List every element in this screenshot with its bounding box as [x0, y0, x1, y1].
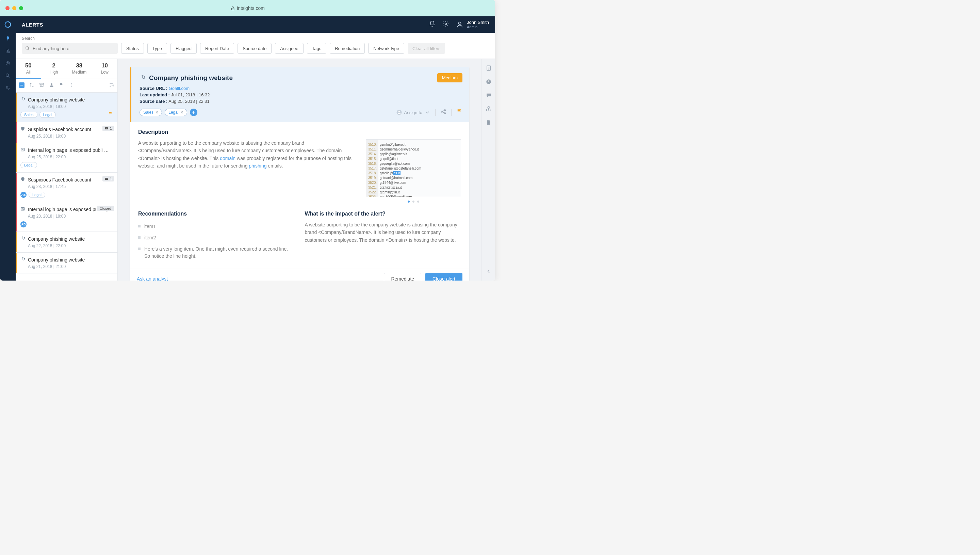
notes-icon[interactable]	[486, 65, 492, 72]
sidebar-target-icon[interactable]	[0, 57, 16, 69]
alert-item[interactable]: Internal login page is exposed publi …Au…	[16, 143, 117, 173]
logo[interactable]	[0, 16, 16, 33]
severity-badge: Medium	[437, 73, 462, 82]
svg-point-19	[71, 85, 72, 85]
alert-list[interactable]: Company phishing websiteAug 25, 2018 | 1…	[16, 93, 117, 281]
emails-preview[interactable]: 3510.3511.3514.3515.3516.3517.3518.3519.…	[366, 139, 461, 197]
impact-text: A website purporting to be the company w…	[305, 221, 461, 244]
svg-point-14	[458, 22, 461, 24]
select-all-checkbox[interactable]	[19, 82, 24, 88]
maximize-window-button[interactable]	[19, 6, 23, 10]
assign-to-button[interactable]: Assign to	[396, 109, 430, 115]
collapse-icon[interactable]	[486, 268, 492, 276]
svg-point-20	[71, 86, 72, 87]
filter-report-date[interactable]: Report Date	[200, 43, 234, 54]
chevron-down-icon	[424, 109, 430, 115]
biohazard-icon[interactable]	[486, 106, 492, 113]
sidebar-alerts-icon[interactable]	[0, 33, 16, 45]
chat-icon[interactable]	[486, 92, 492, 100]
severity-tab-low[interactable]: 10Low	[92, 59, 117, 79]
filter-source-date[interactable]: Source date	[238, 43, 272, 54]
filter-flagged[interactable]: Flagged	[171, 43, 197, 54]
chip-remove-icon[interactable]: ×	[155, 110, 158, 115]
severity-tab-high[interactable]: 2High	[41, 59, 67, 79]
emails-preview-wrap: 3510.3511.3514.3515.3516.3517.3518.3519.…	[366, 139, 461, 202]
sidebar-search-icon[interactable]	[0, 69, 16, 82]
phishing-link[interactable]: phishing	[249, 163, 267, 168]
svg-point-32	[398, 111, 400, 113]
svg-point-4	[7, 49, 8, 50]
alert-title: Suspicious Facebook account	[28, 127, 114, 132]
hook-icon	[21, 97, 25, 103]
document-icon[interactable]	[486, 120, 492, 127]
sidebar-settings-icon[interactable]	[0, 82, 16, 94]
filter-network-type[interactable]: Network type	[368, 43, 404, 54]
dot-2[interactable]	[412, 201, 414, 202]
right-sidebar	[481, 59, 495, 281]
chip-remove-icon[interactable]: ×	[181, 110, 184, 115]
alert-item[interactable]: Suspicious Facebook accountAug 25, 2018 …	[16, 122, 117, 143]
user-name: John Smith	[467, 20, 489, 25]
chip-sales[interactable]: Sales×	[139, 109, 162, 116]
remediate-button[interactable]: Remediate	[384, 273, 421, 281]
more-icon[interactable]	[69, 82, 74, 89]
alert-item[interactable]: Internal login page is exposed publiclyA…	[16, 202, 117, 232]
close-alert-button[interactable]: Close alert	[425, 273, 462, 281]
clock-icon[interactable]	[486, 79, 492, 86]
minimize-window-button[interactable]	[12, 6, 16, 10]
page-title: ALERTS	[22, 22, 43, 27]
severity-tab-medium[interactable]: 38Medium	[67, 59, 92, 79]
close-window-button[interactable]	[5, 6, 10, 10]
sort-icon[interactable]	[29, 82, 34, 89]
filter-assignee[interactable]: Assignee	[275, 43, 303, 54]
search-box[interactable]	[22, 43, 118, 54]
flag-icon	[108, 111, 114, 118]
detail-card: Company phishing website Medium Source U…	[130, 67, 469, 281]
clear-filters-button[interactable]: Clear all filters	[408, 43, 445, 54]
filter-remediation[interactable]: Remediation	[330, 43, 365, 54]
assign-icon[interactable]	[49, 82, 54, 89]
ask-analyst-link[interactable]: Ask an analyst	[137, 276, 168, 281]
domain-link[interactable]: domain	[220, 156, 235, 161]
detail-tags-row: Sales×Legal×+ Assign to	[139, 109, 462, 116]
chip-legal[interactable]: Legal×	[165, 109, 187, 116]
sidebar-biohazard-icon[interactable]	[0, 45, 16, 57]
alert-item[interactable]: Company phishing websiteAug 22, 2018 | 2…	[16, 232, 117, 253]
flag-icon[interactable]	[59, 82, 64, 89]
filter-type[interactable]: Type	[147, 43, 167, 54]
url-bar: intsights.com	[230, 5, 265, 11]
share-icon[interactable]	[440, 109, 446, 116]
svg-rect-22	[105, 127, 108, 129]
svg-rect-0	[232, 8, 234, 10]
dot-1[interactable]	[408, 201, 410, 202]
archive-icon[interactable]	[39, 82, 44, 89]
recommendation-item: item2	[138, 232, 295, 244]
traffic-lights	[5, 6, 23, 10]
detail-title: Company phishing website	[149, 74, 233, 82]
dot-3[interactable]	[417, 201, 419, 202]
description-text: A website purporting to be the company w…	[138, 139, 359, 202]
sort-desc-icon[interactable]	[109, 82, 114, 89]
detail-footer: Ask an analyst Remediate Close alert	[130, 269, 469, 281]
user-text: John Smith Admin	[467, 20, 489, 30]
left-sidebar	[0, 16, 16, 281]
user-menu[interactable]: John Smith Admin	[456, 20, 489, 30]
alert-item[interactable]: Company phishing websiteAug 25, 2018 | 1…	[16, 93, 117, 122]
filter-status[interactable]: Status	[121, 43, 144, 54]
alert-item[interactable]: Suspicious Facebook accountAug 23, 2018 …	[16, 173, 117, 202]
alert-item[interactable]: Company phishing websiteAug 21, 2018 | 2…	[16, 253, 117, 273]
list-toolbar-left	[19, 82, 74, 89]
gear-icon[interactable]	[442, 21, 449, 29]
source-url-link[interactable]: Goalll.com	[169, 86, 190, 91]
bell-icon[interactable]	[429, 21, 436, 29]
filter-tags[interactable]: Tags	[307, 43, 326, 54]
alert-title: Suspicious Facebook account	[28, 177, 114, 183]
add-tag-button[interactable]: +	[190, 109, 197, 116]
search-input[interactable]	[33, 46, 114, 51]
svg-point-27	[22, 208, 23, 209]
shield-icon	[21, 126, 25, 132]
severity-tab-all[interactable]: 50All	[16, 59, 41, 79]
detail-flag-icon[interactable]	[456, 109, 462, 116]
recommendations-list: item1item2Here's a very long item. One t…	[138, 221, 295, 262]
svg-point-18	[71, 83, 72, 84]
